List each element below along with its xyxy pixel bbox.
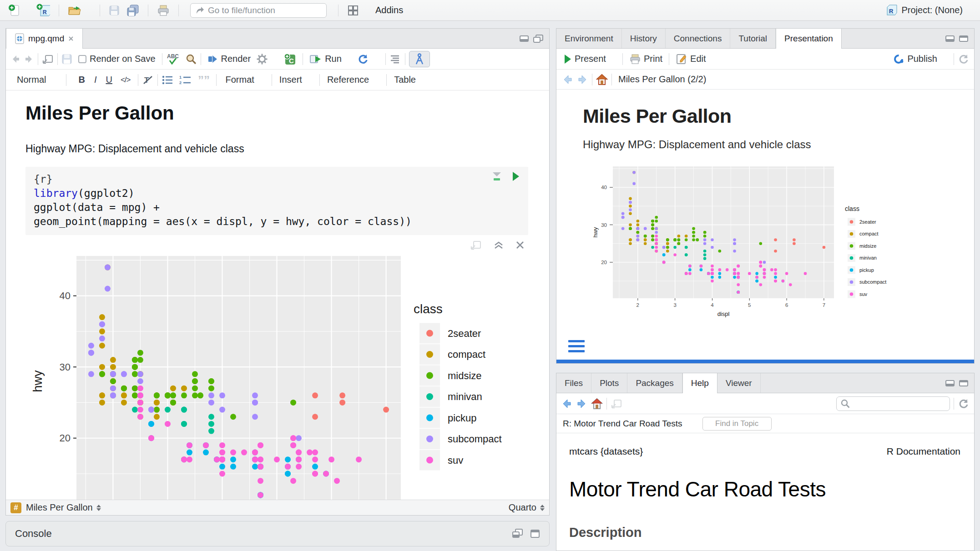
maximize-pane-icon[interactable]	[959, 379, 969, 387]
refresh-icon[interactable]	[958, 53, 970, 65]
find-in-topic-input[interactable]: Find in Topic	[702, 417, 772, 431]
mode-updown-icon[interactable]	[540, 505, 545, 511]
outline-location[interactable]: Miles Per Gallon	[26, 502, 93, 513]
tab-packages[interactable]: Packages	[627, 373, 682, 393]
back-icon[interactable]	[561, 398, 573, 409]
maximize-pane-icon[interactable]	[530, 529, 540, 538]
numbered-list-icon[interactable]: 12	[179, 75, 192, 85]
new-project-button[interactable]: R	[35, 2, 52, 19]
show-in-window-icon[interactable]	[470, 240, 482, 250]
home-icon[interactable]	[591, 398, 603, 410]
insert-chunk-icon: C	[283, 53, 296, 65]
popout-icon[interactable]	[42, 54, 54, 65]
print-button[interactable]	[155, 3, 172, 18]
svg-text:ABC: ABC	[167, 53, 179, 60]
present-button[interactable]: Present	[561, 53, 619, 65]
svg-text:2seater: 2seater	[859, 219, 876, 225]
italic-button[interactable]: I	[90, 75, 101, 85]
publish-button[interactable]: Publish	[890, 52, 950, 66]
rerun-button[interactable]	[354, 52, 382, 66]
blockquote-icon[interactable]: ””	[197, 75, 210, 85]
maximize-pane-icon[interactable]	[959, 35, 969, 43]
bold-button[interactable]: B	[74, 75, 89, 85]
minimize-pane-icon[interactable]	[945, 35, 955, 43]
tab-files[interactable]: Files	[556, 373, 591, 393]
chunk-code[interactable]: library(ggplot2)ggplot(data = mpg) + geo…	[34, 186, 520, 229]
forward-icon[interactable]	[576, 398, 587, 409]
insert-menu[interactable]: Insert	[277, 74, 315, 86]
underline-button[interactable]: U	[101, 75, 116, 85]
tab-tutorial[interactable]: Tutorial	[730, 29, 776, 48]
close-output-icon[interactable]	[515, 240, 525, 250]
toolbar-separator	[148, 5, 148, 16]
outline-updown-icon[interactable]	[96, 505, 101, 511]
paragraph-style-select[interactable]: Normal	[14, 74, 59, 86]
minimize-pane-icon[interactable]	[519, 35, 529, 43]
source-editor-pane: mpg.qmd Render on Save	[5, 28, 550, 516]
minimize-pane-icon[interactable]	[945, 379, 955, 387]
render-label: Render	[221, 54, 251, 64]
maximize-pane-icon[interactable]	[533, 34, 544, 43]
svg-text:20: 20	[601, 260, 607, 265]
code-format-button[interactable]: </>	[117, 75, 134, 85]
render-on-save-checkbox[interactable]: Render on Save	[75, 53, 158, 65]
collapse-output-icon[interactable]	[494, 240, 504, 250]
close-icon[interactable]	[68, 35, 74, 42]
save-all-button[interactable]	[125, 3, 141, 18]
svg-text:3: 3	[673, 302, 676, 308]
restore-pane-icon[interactable]	[512, 528, 524, 539]
tab-presentation[interactable]: Presentation	[776, 29, 842, 49]
doc-mode[interactable]: Quarto	[509, 502, 536, 513]
insert-chunk-button[interactable]: C	[281, 52, 299, 66]
run-button[interactable]: Run	[307, 53, 354, 65]
show-in-window-icon[interactable]	[611, 398, 622, 409]
run-chunks-above-icon[interactable]	[492, 171, 502, 181]
open-file-button[interactable]	[66, 3, 93, 18]
search-icon[interactable]	[185, 53, 197, 65]
console-pane-header[interactable]: Console	[5, 521, 550, 546]
tab-help[interactable]: Help	[682, 373, 717, 393]
spellcheck-icon[interactable]: ABC	[166, 53, 181, 65]
render-settings-button[interactable]	[253, 52, 281, 66]
print-presentation-button[interactable]: Print	[626, 52, 665, 66]
pane-layout-button[interactable]	[345, 3, 370, 18]
tab-plots[interactable]: Plots	[591, 373, 627, 393]
back-icon[interactable]	[562, 74, 574, 85]
run-chunk-icon[interactable]	[512, 171, 520, 181]
document-canvas[interactable]: Miles Per Gallon Highway MPG: Displaceme…	[6, 90, 549, 500]
home-icon[interactable]	[596, 74, 608, 85]
new-file-button[interactable]	[6, 2, 31, 19]
save-icon[interactable]	[61, 54, 72, 65]
topic-selector[interactable]: R: Motor Trend Car Road Tests	[563, 418, 695, 430]
tab-connections[interactable]: Connections	[666, 29, 731, 48]
visual-editor-toggle[interactable]	[409, 51, 430, 67]
svg-text:R: R	[889, 8, 894, 15]
slide-preview: Miles Per Gallon Highway MPG: Displaceme…	[556, 90, 974, 360]
format-menu[interactable]: Format	[223, 74, 267, 86]
slide-selector[interactable]: Miles Per Gallon (2/2)	[616, 73, 719, 85]
tab-environment[interactable]: Environment	[556, 29, 622, 48]
help-search-input[interactable]	[836, 396, 950, 411]
help-document[interactable]: mtcars {datasets} R Documentation Motor …	[556, 433, 974, 551]
outline-icon[interactable]	[389, 54, 401, 64]
project-menu[interactable]: R Project: (None)	[884, 4, 974, 17]
render-button[interactable]: Render	[205, 53, 254, 65]
forward-icon[interactable]	[576, 74, 588, 85]
tab-mpg-qmd[interactable]: mpg.qmd	[6, 29, 83, 49]
tab-viewer[interactable]: Viewer	[717, 373, 761, 393]
goto-file-input[interactable]: Go to file/function	[190, 3, 327, 18]
forward-icon[interactable]	[23, 54, 34, 64]
table-menu[interactable]: Table	[391, 74, 429, 86]
bullet-list-icon[interactable]	[162, 75, 173, 85]
refresh-icon[interactable]	[958, 398, 970, 410]
tab-history[interactable]: History	[622, 29, 666, 48]
reference-menu[interactable]: Reference	[324, 74, 382, 86]
slide-menu-icon[interactable]	[568, 340, 585, 352]
svg-text:minivan: minivan	[859, 255, 877, 260]
back-icon[interactable]	[10, 54, 21, 64]
edit-presentation-button[interactable]: Edit	[673, 52, 708, 66]
code-chunk[interactable]: {r} library(ggplot2)ggplot(data = mpg) +…	[25, 167, 528, 235]
clear-format-icon[interactable]: T	[142, 75, 154, 85]
addins-button[interactable]: Addins	[374, 4, 414, 17]
save-button[interactable]	[107, 4, 121, 17]
